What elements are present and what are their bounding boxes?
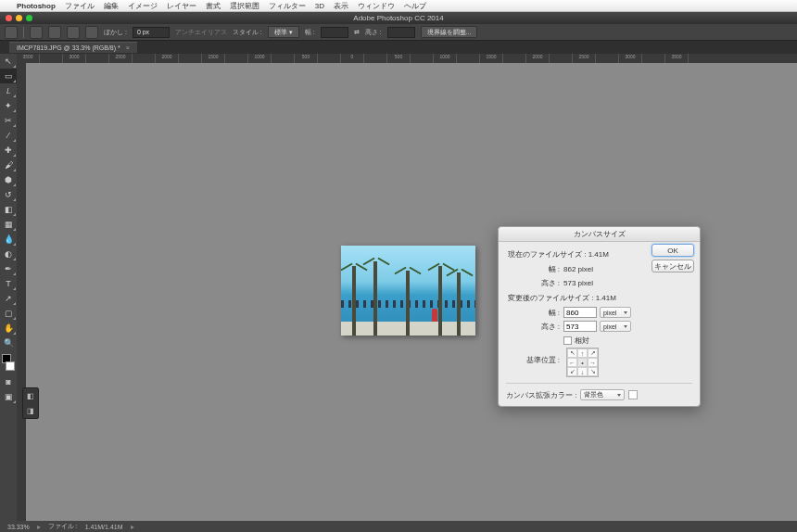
dodge-tool-icon[interactable]: ◐	[0, 247, 17, 261]
style-label: スタイル :	[233, 28, 262, 37]
antialias-label: アンチエイリアス	[175, 28, 227, 37]
eyedropper-tool-icon[interactable]: ⁄	[0, 128, 17, 143]
marquee-sub-icon[interactable]	[67, 26, 80, 39]
cur-height-value: 573 pixel	[563, 279, 593, 287]
extension-color-swatch[interactable]	[628, 390, 638, 399]
menu-image[interactable]: イメージ	[128, 1, 158, 11]
tools-panel: ↖ ▭ 𝘓 ✦ ✂ ⁄ ✚ 🖌 ⬢ ↺ ◧ ▦ 💧 ◐ ✒ T ↗ ▢ ✋ 🔍 …	[0, 54, 17, 521]
ruler-vertical	[17, 63, 26, 521]
new-size-label: 変更後のファイルサイズ : 1.41M	[508, 293, 692, 303]
file-size-label: ファイル :	[48, 522, 78, 531]
document-tab[interactable]: IMCP7819.JPG @ 33.3% (RGB/8) *	[9, 42, 137, 53]
type-tool-icon[interactable]: T	[0, 276, 17, 291]
ruler-horizontal: 3500300025002000150010005000500100015002…	[17, 54, 797, 63]
blur-tool-icon[interactable]: 💧	[0, 232, 17, 247]
marquee-tool-icon[interactable]: ▭	[0, 69, 17, 83]
gradient-tool-icon[interactable]: ▦	[0, 217, 17, 232]
app-title-bar: Adobe Photoshop CC 2014	[0, 12, 797, 24]
menu-filter[interactable]: フィルター	[269, 1, 306, 11]
document-tabs: IMCP7819.JPG @ 33.3% (RGB/8) *	[0, 41, 797, 54]
quickmask-icon[interactable]: ◙	[0, 374, 17, 389]
anchor-grid[interactable]: ↖↑↗ ←•→ ↙↓↘	[566, 348, 599, 377]
refine-edge-button[interactable]: 境界線を調整...	[421, 26, 478, 38]
menu-select[interactable]: 選択範囲	[230, 1, 259, 11]
crop-tool-icon[interactable]: ✂	[0, 113, 17, 128]
extension-color-select[interactable]: 背景色	[580, 389, 625, 400]
shape-tool-icon[interactable]: ▢	[0, 306, 17, 321]
new-height-input[interactable]	[563, 321, 597, 332]
panel-icon-2[interactable]: ◨	[23, 403, 38, 418]
heal-tool-icon[interactable]: ✚	[0, 143, 17, 158]
status-bar: 33.33% ▸ ファイル : 1.41M/1.41M ▸	[0, 521, 797, 532]
cancel-button[interactable]: キャンセル	[652, 260, 694, 272]
height-input[interactable]	[387, 27, 415, 38]
menu-layer[interactable]: レイヤー	[167, 1, 196, 11]
menu-file[interactable]: ファイル	[65, 1, 95, 11]
history-brush-icon[interactable]: ↺	[0, 187, 17, 202]
feather-input[interactable]	[133, 27, 170, 38]
path-tool-icon[interactable]: ↗	[0, 291, 17, 306]
menu-3d[interactable]: 3D	[315, 2, 324, 10]
move-tool-icon[interactable]: ↖	[0, 54, 17, 69]
marquee-add-icon[interactable]	[48, 26, 61, 39]
swap-icon[interactable]: ⇄	[354, 29, 360, 36]
new-height-label: 高さ :	[506, 322, 563, 332]
height-unit-select[interactable]: pixel	[600, 321, 631, 332]
marquee-int-icon[interactable]	[85, 26, 98, 39]
menu-edit[interactable]: 編集	[104, 1, 119, 11]
menu-window[interactable]: ウィンドウ	[358, 1, 395, 11]
height-label: 高さ :	[365, 28, 382, 37]
window-minimize-icon[interactable]	[16, 15, 22, 21]
file-size-value: 1.41M/1.41M	[85, 524, 123, 530]
options-bar: ぼかし : アンチエイリアス スタイル : 標準 ▾ 幅 : ⇄ 高さ : 境界…	[0, 24, 797, 41]
new-width-label: 幅 :	[506, 308, 563, 318]
app-title: Adobe Photoshop CC 2014	[353, 14, 443, 22]
menu-view[interactable]: 表示	[334, 1, 348, 11]
style-select[interactable]: 標準 ▾	[268, 26, 299, 38]
width-unit-select[interactable]: pixel	[600, 307, 631, 318]
menu-app[interactable]: Photoshop	[17, 2, 56, 10]
collapsed-panel[interactable]: ◧ ◨	[22, 387, 39, 419]
window-close-icon[interactable]	[6, 15, 12, 21]
lasso-tool-icon[interactable]: 𝘓	[0, 83, 17, 98]
menu-type[interactable]: 書式	[206, 1, 221, 11]
zoom-tool-icon[interactable]: 🔍	[0, 336, 17, 350]
stamp-tool-icon[interactable]: ⬢	[0, 172, 17, 187]
wand-tool-icon[interactable]: ✦	[0, 98, 17, 113]
canvas-size-dialog: カンバスサイズ OK キャンセル 現在のファイルサイズ : 1.41M 幅 :8…	[498, 226, 701, 407]
cur-height-label: 高さ :	[506, 278, 563, 288]
cur-width-label: 幅 :	[506, 264, 563, 274]
relative-checkbox[interactable]	[563, 336, 572, 345]
window-zoom-icon[interactable]	[26, 15, 32, 21]
marquee-rect-icon[interactable]	[30, 26, 43, 39]
color-swatch[interactable]	[2, 354, 15, 371]
brush-tool-icon[interactable]: 🖌	[0, 158, 17, 172]
feather-label: ぼかし :	[104, 28, 127, 37]
width-label: 幅 :	[305, 28, 315, 37]
eraser-tool-icon[interactable]: ◧	[0, 202, 17, 217]
extension-color-label: カンバス拡張カラー :	[506, 390, 576, 400]
width-input[interactable]	[321, 27, 348, 38]
pen-tool-icon[interactable]: ✒	[0, 261, 17, 276]
chevron-right-icon[interactable]: ▸	[37, 523, 41, 531]
canvas-image[interactable]	[341, 246, 475, 336]
zoom-value[interactable]: 33.33%	[7, 524, 30, 530]
mac-menu-bar: Photoshop ファイル 編集 イメージ レイヤー 書式 選択範囲 フィルタ…	[0, 0, 797, 12]
hand-tool-icon[interactable]: ✋	[0, 321, 17, 336]
panel-icon-1[interactable]: ◧	[23, 388, 38, 403]
dialog-title: カンバスサイズ	[499, 227, 700, 242]
anchor-label: 基準位置 :	[506, 348, 563, 365]
new-width-input[interactable]	[563, 307, 597, 318]
relative-label: 相対	[575, 336, 589, 346]
ok-button[interactable]: OK	[652, 244, 694, 257]
cur-width-value: 862 pixel	[563, 265, 593, 273]
screenmode-icon[interactable]: ▣	[0, 389, 17, 404]
menu-help[interactable]: ヘルプ	[404, 1, 426, 11]
chevron-right-icon[interactable]: ▸	[131, 523, 134, 531]
tool-preset-icon[interactable]	[5, 26, 18, 39]
